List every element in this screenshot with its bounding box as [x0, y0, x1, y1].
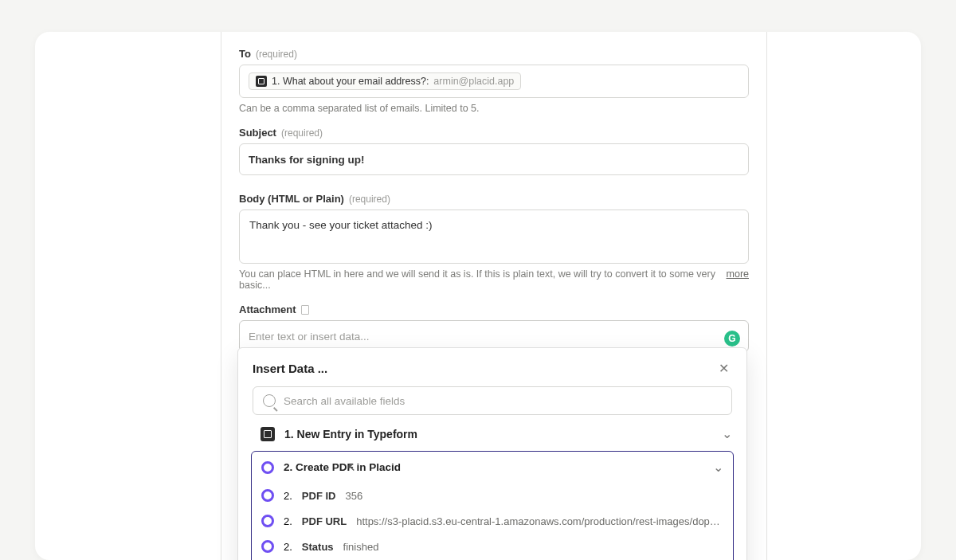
source-typeform-label: 1. New Entry in Typeform: [284, 428, 712, 441]
insert-data-badge[interactable]: G: [724, 331, 740, 347]
popover-close-button[interactable]: ✕: [715, 359, 732, 377]
label-body-required: (required): [349, 194, 390, 205]
popover-title: Insert Data ...: [253, 362, 327, 375]
to-chip-step: 1.: [272, 76, 280, 87]
label-subject: Subject: [239, 127, 276, 139]
label-subject-required: (required): [281, 127, 323, 139]
field-key: PDF ID: [302, 490, 336, 502]
field-value: 356: [345, 490, 362, 502]
label-row-to: To (required): [239, 48, 749, 60]
field-subject: Subject (required) Thanks for signing up…: [239, 127, 749, 188]
field-key: Status: [302, 541, 334, 553]
placid-icon: [261, 461, 274, 474]
to-input[interactable]: 1. What about your email address?: armin…: [239, 65, 749, 98]
popover-header: Insert Data ... ✕: [238, 359, 746, 386]
field-to: To (required) 1. What about your email a…: [239, 48, 749, 114]
source-placid-box: 2. Create PDF in Placid ↖ ⌄ 2. PDF ID 35…: [251, 451, 734, 560]
field-key: PDF URL: [302, 515, 347, 527]
to-chip[interactable]: 1. What about your email address?: armin…: [249, 72, 521, 90]
field-value: finished: [343, 541, 379, 553]
label-row-attachment: Attachment: [239, 303, 749, 315]
app-card: To (required) 1. What about your email a…: [35, 32, 921, 560]
typeform-step-icon: [256, 76, 267, 87]
placid-icon: [261, 540, 274, 553]
cursor-icon: ↖: [347, 462, 355, 473]
to-chip-question: What about your email address?:: [283, 76, 429, 87]
popover-search-placeholder: Search all available fields: [284, 395, 405, 407]
field-attachment: Attachment Enter text or insert data... …: [239, 303, 749, 352]
search-icon: [263, 394, 276, 407]
label-attachment: Attachment: [239, 303, 296, 315]
source-placid-label: 2. Create PDF in Placid ↖: [284, 461, 703, 473]
insert-data-popover: Insert Data ... ✕ Search all available f…: [237, 347, 747, 560]
field-status[interactable]: 2. Status finished: [252, 534, 733, 559]
body-value: Thank you - see your ticket attached :): [249, 219, 433, 231]
attachment-placeholder: Enter text or insert data...: [249, 331, 370, 343]
field-pdf-id[interactable]: 2. PDF ID 356: [252, 483, 733, 508]
body-help: You can place HTML in here and we will s…: [239, 268, 717, 291]
body-more-link[interactable]: more: [727, 268, 749, 280]
source-placid-header[interactable]: 2. Create PDF in Placid ↖ ⌄: [252, 452, 733, 483]
label-row-subject: Subject (required): [239, 127, 749, 139]
placid-icon: [261, 515, 274, 527]
field-value: https://s3-placid.s3.eu-central-1.amazon…: [356, 515, 723, 527]
body-input[interactable]: Thank you - see your ticket attached :): [239, 210, 749, 264]
label-body: Body (HTML or Plain): [239, 193, 344, 205]
to-help: Can be a comma separated list of emails.…: [239, 103, 749, 114]
to-chip-answer: armin@placid.app: [433, 76, 514, 87]
chevron-down-icon: ⌄: [722, 426, 732, 441]
label-to: To: [239, 48, 251, 60]
placid-icon: [261, 489, 274, 502]
subject-input[interactable]: Thanks for signing up!: [239, 143, 749, 175]
chevron-down-icon: ⌄: [713, 460, 723, 475]
field-body: Body (HTML or Plain) (required) Thank yo…: [239, 193, 749, 291]
close-icon: ✕: [719, 361, 729, 376]
typeform-icon: [261, 427, 275, 441]
subject-value: Thanks for signing up!: [249, 154, 365, 166]
label-to-required: (required): [256, 49, 297, 60]
field-pdf-url[interactable]: 2. PDF URL https://s3-placid.s3.eu-centr…: [252, 508, 733, 534]
file-icon: [301, 305, 309, 315]
label-row-body: Body (HTML or Plain) (required): [239, 193, 749, 205]
popover-search-input[interactable]: Search all available fields: [253, 386, 732, 415]
source-typeform-row[interactable]: 1. New Entry in Typeform ⌄: [238, 415, 746, 451]
